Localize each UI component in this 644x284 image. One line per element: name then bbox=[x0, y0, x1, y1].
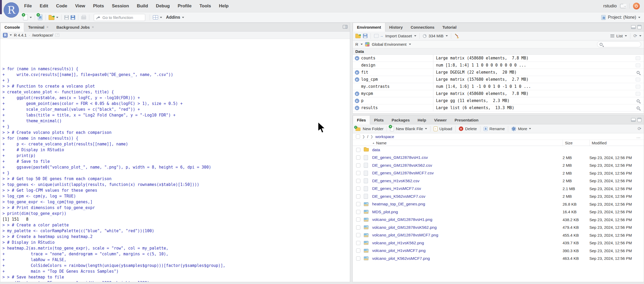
tab-close-icon[interactable]: × bbox=[92, 25, 94, 29]
addins-caret[interactable] bbox=[182, 17, 184, 18]
variable-action[interactable] bbox=[632, 99, 644, 102]
delete-button[interactable]: × Delete bbox=[459, 126, 477, 131]
list-view-button[interactable]: List bbox=[616, 34, 623, 38]
menu-item[interactable]: Edit bbox=[40, 3, 48, 9]
files-tab[interactable]: Help bbox=[414, 116, 430, 124]
environment-row[interactable]: ▶ counts Large matrix (458680 elements, … bbox=[353, 55, 644, 62]
file-checkbox[interactable] bbox=[356, 241, 360, 245]
variable-action[interactable] bbox=[632, 63, 644, 67]
variable-action[interactable] bbox=[632, 92, 644, 96]
environment-tab[interactable]: Connections bbox=[407, 23, 438, 31]
file-row[interactable]: data bbox=[353, 146, 644, 154]
environment-row[interactable]: ▶ p Large gg (11 elements, 2.3 MB) bbox=[353, 97, 644, 104]
file-name-link[interactable]: DE_genes_GM12878vsMCF7.csv bbox=[372, 171, 563, 175]
file-checkbox[interactable] bbox=[356, 202, 360, 206]
variable-action[interactable] bbox=[632, 106, 644, 109]
maximize-pane-icon[interactable] bbox=[637, 25, 641, 29]
file-name-link[interactable]: volcano_plot_GM12878vsH1.png bbox=[372, 217, 563, 222]
menu-item[interactable]: Code bbox=[56, 3, 67, 9]
file-checkbox[interactable] bbox=[356, 217, 360, 222]
project-selector[interactable]: Project: (None) bbox=[601, 15, 640, 20]
file-name-link[interactable]: DE_genes_H1vsMCF7.csv bbox=[372, 186, 563, 191]
menu-item[interactable]: Build bbox=[137, 3, 148, 9]
size-column-header[interactable]: Size bbox=[563, 140, 589, 146]
pane-layout-caret[interactable] bbox=[160, 17, 162, 18]
expand-arrow-icon[interactable]: ▶ bbox=[355, 106, 359, 110]
more-button[interactable]: More bbox=[511, 126, 531, 131]
menu-item[interactable]: View bbox=[75, 3, 85, 9]
menu-item[interactable]: Help bbox=[219, 3, 228, 9]
inspect-icon[interactable] bbox=[637, 106, 640, 109]
view-table-icon[interactable] bbox=[636, 78, 640, 82]
file-row[interactable]: volcano_plot_GM12878vsK562.png 479.4 KB … bbox=[353, 224, 644, 231]
file-checkbox[interactable] bbox=[356, 233, 360, 237]
import-dataset-caret[interactable] bbox=[414, 35, 416, 37]
inspect-icon[interactable] bbox=[637, 99, 640, 102]
file-checkbox[interactable] bbox=[356, 256, 360, 261]
engine-caret[interactable] bbox=[361, 44, 363, 45]
file-checkbox[interactable] bbox=[356, 248, 360, 253]
view-table-icon[interactable] bbox=[636, 63, 640, 67]
scope-selector[interactable]: Global Environment bbox=[372, 42, 407, 47]
expand-arrow-icon[interactable]: ▶ bbox=[355, 99, 359, 103]
file-row[interactable]: volcano_plot_H1vsK562.png 439.7 KB Sep 2… bbox=[353, 239, 644, 247]
menu-item[interactable]: File bbox=[24, 3, 32, 9]
file-name-link[interactable]: DE_genes_GM12878vsK562.csv bbox=[372, 163, 563, 168]
memory-usage-label[interactable]: 334 MiB bbox=[429, 34, 444, 38]
clear-objects-broom-icon[interactable] bbox=[454, 33, 460, 39]
list-view-caret[interactable] bbox=[625, 35, 627, 37]
variable-action[interactable] bbox=[632, 71, 644, 74]
view-table-icon[interactable] bbox=[636, 92, 640, 96]
save-button[interactable] bbox=[64, 15, 69, 20]
expand-arrow-icon[interactable]: ▶ bbox=[355, 70, 359, 75]
environment-search-input[interactable] bbox=[597, 41, 641, 47]
addins-button[interactable]: Addins bbox=[166, 15, 180, 20]
save-all-button[interactable] bbox=[71, 15, 75, 20]
file-row[interactable]: MDS_plot.png 16.4 KB Sep 23, 2024, 12:56… bbox=[353, 208, 644, 216]
new-file-dropdown-caret[interactable] bbox=[30, 17, 32, 18]
environment-row[interactable]: ▶ my.contrasts num [1:4, 1:6] 1 -1 0 0 1… bbox=[353, 83, 644, 90]
view-table-icon[interactable] bbox=[636, 85, 640, 89]
breadcrumb-root[interactable]: / bbox=[367, 134, 368, 139]
save-workspace-icon[interactable] bbox=[363, 34, 367, 38]
expand-arrow-icon[interactable]: ▶ bbox=[355, 56, 359, 60]
memory-caret[interactable] bbox=[446, 35, 448, 37]
file-checkbox[interactable] bbox=[356, 163, 360, 168]
file-row[interactable]: volcano_plot_H1vsMCF7.png 390.3 KB Sep 2… bbox=[353, 247, 644, 255]
environment-tab[interactable]: Environment bbox=[353, 23, 385, 32]
name-column-header[interactable]: ▲ Name bbox=[372, 140, 563, 146]
variable-action[interactable] bbox=[632, 85, 644, 89]
new-file-button[interactable]: + bbox=[23, 14, 28, 20]
file-checkbox[interactable] bbox=[356, 179, 360, 183]
file-checkbox[interactable] bbox=[356, 148, 360, 152]
environment-row[interactable]: ▶ design num [1:8, 1:4] 1 1 0 0 0 0 0 0 … bbox=[353, 62, 644, 69]
environment-tab[interactable]: History bbox=[385, 23, 407, 31]
environment-row[interactable]: ▶ results Large list (6 elements, 13.3 M… bbox=[353, 104, 644, 111]
console-tab[interactable]: Terminal × bbox=[24, 23, 53, 31]
file-row[interactable]: volcano_plot_GM12878vsH1.png 438.2 KB Se… bbox=[353, 216, 644, 224]
environment-row[interactable]: ▶ log_cpm Large matrix (157680 elements,… bbox=[353, 76, 644, 83]
environment-row[interactable]: ▶ fit Large DGEGLM (22 elements, 20 MB) bbox=[353, 69, 644, 76]
file-row[interactable]: DE_genes_GM12878vsMCF7.csv 2 MB Sep 23, … bbox=[353, 169, 644, 177]
expand-arrow-icon[interactable]: ▶ bbox=[355, 77, 359, 82]
sign-out-icon[interactable] bbox=[620, 4, 626, 8]
maximize-pane-icon[interactable] bbox=[637, 118, 641, 122]
variable-action[interactable] bbox=[632, 56, 644, 60]
upload-button[interactable]: Upload bbox=[434, 126, 452, 131]
console-tab[interactable]: Background Jobs × bbox=[53, 23, 98, 31]
r-version-caret[interactable] bbox=[10, 34, 12, 36]
refresh-icon[interactable]: ⟳ bbox=[633, 34, 637, 38]
file-checkbox[interactable] bbox=[356, 225, 360, 230]
view-table-icon[interactable] bbox=[636, 56, 640, 60]
breadcrumb-more-button[interactable]: ... bbox=[636, 134, 641, 139]
file-row[interactable]: DE_genes_GM12878vsK562.csv 2 MB Sep 23, … bbox=[353, 161, 644, 169]
files-tab[interactable]: Plots bbox=[370, 116, 388, 124]
variable-action[interactable] bbox=[632, 78, 644, 82]
file-checkbox[interactable] bbox=[356, 171, 360, 175]
load-workspace-icon[interactable]: ➜ bbox=[355, 35, 361, 38]
rename-button[interactable]: Rename bbox=[484, 126, 505, 131]
file-name-link[interactable]: DE_genes_GM12878vsH1.csv bbox=[372, 155, 563, 160]
file-name-link[interactable]: volcano_plot_H1vsMCF7.png bbox=[372, 248, 563, 253]
file-checkbox[interactable] bbox=[356, 194, 360, 199]
file-name-link[interactable]: DE_genes_K562vsMCF7.csv bbox=[372, 194, 563, 199]
